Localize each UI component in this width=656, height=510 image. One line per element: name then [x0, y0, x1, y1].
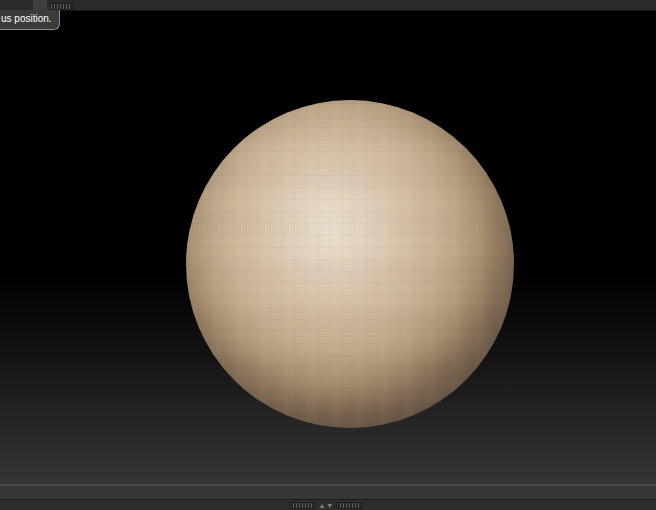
bottom-bar: ▲ ▼ [0, 499, 656, 510]
document-canvas[interactable] [0, 11, 656, 484]
up-arrow-icon[interactable]: ▲ [318, 502, 325, 509]
grip-dashes-right-icon[interactable] [336, 502, 362, 509]
grip-dashes-left-icon[interactable] [289, 502, 315, 509]
top-shelf-bar [0, 0, 656, 11]
bottom-tray [0, 486, 656, 499]
top-divider-block[interactable] [33, 0, 47, 10]
tray-resize-handle[interactable]: ▲ ▼ [289, 502, 362, 509]
sphere-3d-model[interactable] [186, 100, 514, 428]
tooltip: us position. [0, 10, 60, 30]
down-arrow-icon[interactable]: ▼ [326, 502, 333, 509]
top-divider-grip-icon[interactable] [50, 3, 73, 10]
app-window: us position. ▲ ▼ [0, 0, 656, 510]
tray-toggle-arrows[interactable]: ▲ ▼ [318, 502, 333, 509]
